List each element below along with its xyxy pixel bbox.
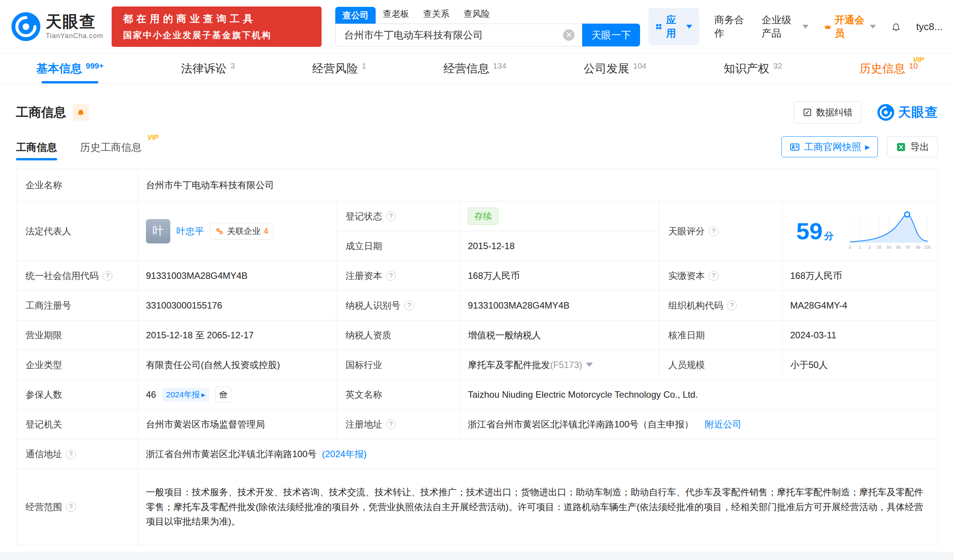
data-correction-label: 数据纠错	[816, 106, 853, 118]
legal-rep-name-link[interactable]: 叶忠平	[176, 225, 204, 237]
export-button[interactable]: 导出	[887, 136, 938, 157]
tab-company-development[interactable]: 公司发展 104	[584, 54, 647, 83]
svg-text:15: 15	[877, 245, 881, 250]
section-title: 工商信息	[16, 104, 66, 121]
official-snapshot-label: 工商官网快照	[804, 141, 861, 153]
staff-size-value: 小于50人	[783, 350, 938, 380]
enterprise-products-menu[interactable]: 企业级产品	[762, 13, 808, 40]
top-header: 天眼查 TianYanCha.com 都在用的商业查询工具 国家中小企业发展子基…	[0, 0, 954, 53]
english-name-label: 英文名称	[336, 380, 460, 410]
reg-address-cell: 浙江省台州市黄岩区北洋镇北洋南路100号（自主申报） 附近公司	[460, 410, 938, 439]
search-area: 查公司 查老板 查关系 查风险 ✕ 天眼一下	[335, 7, 640, 46]
tab-risk-count: 1	[362, 61, 367, 70]
tab-operating-risk[interactable]: 经营风险 1	[312, 54, 367, 83]
business-term-value: 2015-12-18 至 2065-12-17	[138, 320, 336, 350]
open-vip-menu[interactable]: 开通会员	[824, 13, 876, 40]
monitor-bell-button[interactable]	[72, 104, 89, 121]
annual-report-tag[interactable]: 2024年报 ▸	[162, 388, 209, 402]
chevron-down-icon	[802, 25, 808, 29]
help-icon[interactable]: ?	[102, 271, 112, 281]
tianyancha-logo-icon	[11, 12, 40, 41]
credit-code-value: 91331003MA28G4MY4B	[138, 261, 336, 291]
score-cell: 59 分 0 1 3 15 50	[783, 202, 938, 261]
score-label-text: 天眼评分	[668, 225, 705, 237]
chevron-down-icon	[686, 25, 692, 29]
company-type-label: 企业类型	[16, 350, 138, 380]
help-icon[interactable]: ?	[709, 271, 719, 281]
score-unit: 分	[824, 230, 834, 242]
chevron-down-icon[interactable]	[586, 363, 593, 367]
help-icon[interactable]: ?	[386, 419, 396, 429]
industry-code: (F5173)	[550, 360, 582, 370]
tab-basic-info[interactable]: 基本信息 999+	[36, 54, 104, 83]
org-code-label-text: 组织机构代码	[668, 299, 723, 312]
business-scope-cell: 一般项目：技术服务、技术开发、技术咨询、技术交流、技术转让、技术推广；技术进出口…	[138, 469, 938, 545]
data-correction-button[interactable]: 数据纠错	[794, 101, 861, 123]
subtab-history-business-info[interactable]: 历史工商信息 VIP	[80, 141, 142, 160]
industry-value: 摩托车及零配件批发	[468, 359, 550, 371]
search-tab-company[interactable]: 查公司	[335, 7, 376, 24]
tab-legal-proceedings[interactable]: 法律诉讼 3	[181, 54, 235, 83]
postal-address-value: 浙江省台州市黄岩区北洋镇北洋南路100号	[146, 448, 317, 460]
help-icon[interactable]: ?	[386, 211, 396, 221]
id-card-icon	[789, 142, 800, 152]
related-companies-count: 4	[264, 226, 268, 236]
org-code-label: 组织机构代码 ?	[659, 291, 783, 320]
establish-date-label: 成立日期	[336, 231, 460, 261]
help-icon[interactable]: ?	[66, 449, 76, 459]
chevron-down-icon	[870, 25, 876, 29]
related-companies-label: 关联企业	[227, 226, 261, 237]
social-insurance-agency-button[interactable]	[215, 387, 231, 403]
help-icon[interactable]: ?	[404, 301, 414, 310]
subtab-history-label: 历史工商信息	[80, 142, 142, 153]
excel-icon	[896, 142, 906, 152]
tab-history-info[interactable]: 历史信息 10 VIP	[860, 54, 918, 83]
svg-text:85: 85	[896, 245, 901, 250]
alert-bell-icon	[76, 108, 85, 117]
search-tab-relation[interactable]: 查关系	[416, 8, 456, 24]
nearby-companies-link[interactable]: 附近公司	[705, 418, 741, 430]
taxpayer-id-label: 纳税人识别号 ?	[336, 291, 460, 320]
subtab-business-info[interactable]: 工商信息	[16, 141, 57, 160]
industry-cell: 摩托车及零配件批发 (F5173)	[460, 350, 659, 380]
edit-doc-icon	[802, 107, 812, 117]
taxpayer-id-value: 91331003MA28G4MY4B	[460, 291, 659, 320]
reg-capital-label-text: 注册资本	[346, 270, 382, 282]
bank-building-icon	[218, 390, 228, 400]
tianyancha-logo[interactable]: 天眼查 TianYanCha.com	[11, 12, 103, 41]
status-badge: 存续	[468, 208, 498, 225]
insured-count-value: 46	[146, 389, 156, 400]
business-cooperation-label: 商务合作	[714, 13, 746, 40]
help-icon[interactable]: ?	[709, 226, 719, 236]
search-button[interactable]: 天眼一下	[582, 24, 640, 46]
tab-operating-info[interactable]: 经营信息 134	[443, 54, 506, 83]
vip-badge: VIP	[147, 134, 158, 142]
notification-bell-icon[interactable]	[891, 21, 901, 33]
export-label: 导出	[910, 141, 929, 153]
help-icon[interactable]: ?	[386, 271, 396, 281]
annual-report-link[interactable]: (2024年报)	[322, 448, 367, 460]
help-icon[interactable]: ?	[727, 301, 737, 310]
business-scope-label: 经营范围 ?	[16, 469, 138, 545]
clear-search-icon[interactable]: ✕	[563, 29, 575, 41]
business-scope-label-text: 经营范围	[26, 501, 62, 513]
tab-legal-label: 法律诉讼	[181, 61, 227, 77]
help-icon[interactable]: ?	[66, 502, 76, 512]
tab-basic-info-label: 基本信息	[36, 61, 82, 77]
apps-menu-button[interactable]: 应用	[648, 8, 699, 45]
reg-authority-value: 台州市黄岩区市场监督管理局	[138, 410, 336, 439]
tab-ip-count: 32	[773, 61, 782, 70]
svg-text:1: 1	[858, 245, 861, 250]
legal-rep-avatar[interactable]: 叶	[146, 219, 170, 243]
tab-intellectual-property[interactable]: 知识产权 32	[724, 54, 782, 83]
user-account[interactable]: tyc8...	[916, 21, 943, 33]
search-tab-risk[interactable]: 查风险	[456, 8, 497, 24]
reg-status-label: 登记状态 ?	[336, 202, 460, 231]
search-tab-boss[interactable]: 查老板	[376, 8, 416, 24]
search-input[interactable]	[335, 24, 582, 46]
business-cooperation-link[interactable]: 商务合作	[714, 13, 746, 40]
brand-watermark-label: 天眼查	[898, 104, 938, 121]
taxpayer-id-label-text: 纳税人识别号	[346, 299, 400, 312]
related-companies-tag[interactable]: 关联企业 4	[210, 223, 273, 240]
official-snapshot-button[interactable]: 工商官网快照 ▸	[781, 136, 878, 157]
